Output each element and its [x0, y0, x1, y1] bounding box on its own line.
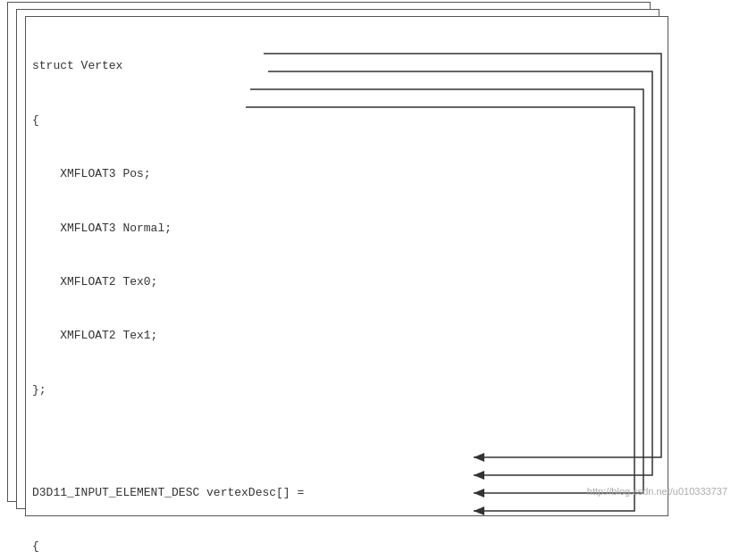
- struct-field-0: XMFLOAT3 Pos;: [32, 165, 408, 183]
- desc-open: {: [32, 538, 408, 552]
- struct-open: {: [32, 112, 408, 130]
- main-container: struct Vertex { XMFLOAT3 Pos; XMFLOAT3 N…: [0, 0, 756, 552]
- code-area: struct Vertex { XMFLOAT3 Pos; XMFLOAT3 N…: [32, 21, 408, 552]
- struct-header: struct Vertex: [32, 57, 408, 75]
- struct-field-1: XMFLOAT3 Normal;: [32, 220, 408, 238]
- struct-field-3: XMFLOAT2 Tex1;: [32, 327, 408, 345]
- watermark: http://blog.csdn.net/u010333737: [587, 486, 727, 497]
- struct-field-2: XMFLOAT2 Tex0;: [32, 273, 408, 291]
- struct-close: };: [32, 381, 408, 399]
- gap-1: [32, 435, 408, 447]
- desc-header: D3D11_INPUT_ELEMENT_DESC vertexDesc[] =: [32, 484, 408, 502]
